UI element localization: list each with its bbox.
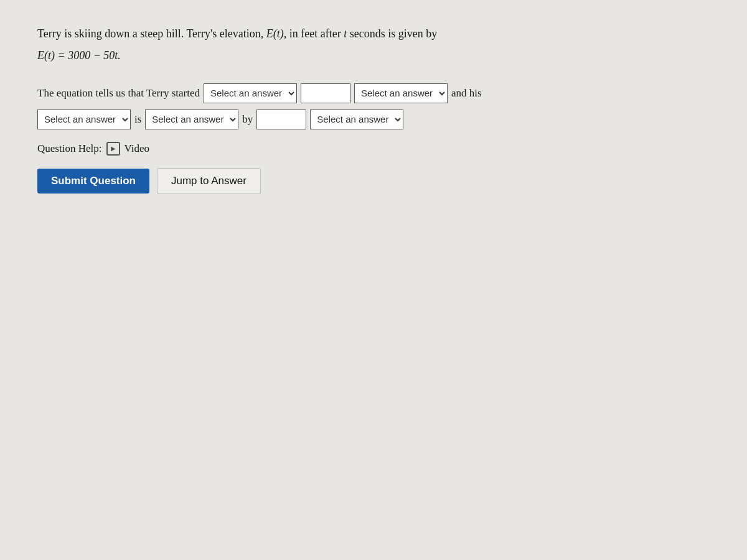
jump-to-answer-button[interactable]: Jump to Answer — [157, 168, 261, 194]
video-label: Video — [124, 142, 149, 155]
problem-text-after-Et: , in feet after — [284, 27, 344, 40]
problem-line1: Terry is skiing down a steep hill. Terry… — [37, 25, 710, 43]
select-started-type[interactable]: Select an answer at an elevation of at a… — [204, 83, 297, 103]
sentence1-prefix: The equation tells us that Terry started — [37, 87, 200, 100]
select-subject[interactable]: Select an answer elevation rate — [37, 110, 131, 129]
math-Et: E(t) — [266, 27, 284, 40]
sentence2-is: is — [134, 113, 141, 126]
sentence1-suffix: and his — [451, 87, 482, 100]
math-equation: E(t) = 3000 − 50t. — [37, 49, 121, 62]
question-help-label: Question Help: — [37, 142, 101, 155]
sentence2-by: by — [242, 113, 253, 126]
select-direction[interactable]: Select an answer increasing decreasing — [145, 110, 238, 129]
play-icon: ▶ — [106, 142, 120, 156]
video-link[interactable]: ▶ Video — [106, 142, 149, 156]
buttons-row: Submit Question Jump to Answer — [37, 168, 710, 194]
problem-text-before-math: Terry is skiing down a steep hill. Terry… — [37, 27, 266, 40]
question-help-row: Question Help: ▶ Video — [37, 142, 710, 156]
input-value-2[interactable] — [256, 110, 306, 129]
select-unit-1[interactable]: Select an answer feet feet per second — [354, 83, 448, 103]
problem-text-seconds: seconds is given by — [347, 27, 437, 40]
submit-question-button[interactable]: Submit Question — [37, 169, 149, 194]
main-container: Terry is skiing down a steep hill. Terry… — [0, 0, 747, 560]
sentence-row-1: The equation tells us that Terry started… — [37, 83, 710, 103]
input-value-1[interactable] — [301, 83, 350, 103]
sentence-row-2: Select an answer elevation rate is Selec… — [37, 110, 710, 129]
problem-line2: E(t) = 3000 − 50t. — [37, 47, 710, 65]
problem-statement: Terry is skiing down a steep hill. Terry… — [37, 25, 710, 65]
select-unit-2[interactable]: Select an answer feet feet per second — [310, 110, 403, 129]
